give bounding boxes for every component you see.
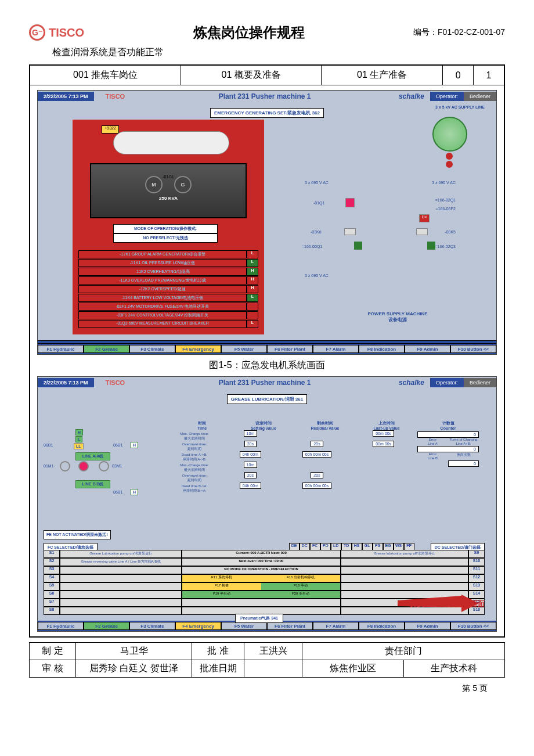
page-number: 第 5 页 xyxy=(29,683,505,694)
generator-panel: +9322 -01G1 M G 250 KVA MODE OF OPERATIO… xyxy=(73,120,264,334)
f-button[interactable]: F7 Alarm xyxy=(313,622,359,630)
f-button[interactable]: F6 Filter Plant xyxy=(267,345,313,353)
f-button[interactable]: F8 Indication xyxy=(359,622,405,630)
f-button[interactable]: F2 Grease xyxy=(84,622,129,630)
f-button[interactable]: F2 Grease xyxy=(84,345,129,353)
bediener-label: Bediener xyxy=(464,92,496,101)
f-button[interactable]: F7 Alarm xyxy=(313,345,359,353)
kva-label: 250 KVA xyxy=(91,196,246,201)
screen-date: 2/22/2005 7:13 PM xyxy=(38,92,94,101)
pneumatic-link[interactable]: Pneumatic/气路 341 xyxy=(235,614,283,623)
subtitle: 检查润滑系统是否功能正常 xyxy=(52,46,505,59)
page-header: G⁻ TISCO 炼焦岗位操作规程 编号：F01-02-CZ-001-07 xyxy=(29,23,505,42)
f-button[interactable]: F10 Button << xyxy=(450,345,496,353)
lubrication-diagram: H L LL 08B1 06B1 H LINE A/A线 01M1 03M1 L… xyxy=(44,429,165,505)
logo: G⁻ TISCO xyxy=(29,24,84,41)
power-supply-label: POWER SUPPLY MACHINE设备电源 xyxy=(357,311,438,323)
machine-box: -01G1 M G 250 KVA xyxy=(90,163,247,218)
f-button[interactable]: F1 Hydraulic xyxy=(38,622,84,630)
cell-page: 1 xyxy=(473,65,504,85)
logo-text: TISCO xyxy=(49,26,84,39)
cell-rev: 0 xyxy=(443,65,474,85)
f-button[interactable]: F3 Climate xyxy=(129,345,175,353)
arrow-annotation: 切换至空压机系统画面 xyxy=(409,599,485,609)
schalke-logo: schalke xyxy=(393,92,430,100)
cell-section: 01 概要及准备 xyxy=(181,65,322,85)
f-button[interactable]: F4 Emergency xyxy=(175,345,221,353)
f-button[interactable]: F3 Climate xyxy=(129,622,175,630)
screen-grease-lubrication: 2/22/2005 7:13 PM TISCO Plant 231 Pusher… xyxy=(37,376,497,632)
time-panel: 时间Time 设定时间Setting value 剩余时间Residual va… xyxy=(171,420,479,494)
red-indicator-icon xyxy=(446,153,453,160)
f-button[interactable]: F4 Emergency xyxy=(175,622,221,630)
footer-table: 制 定 马卫华 批 准 王洪兴 责任部门 审 核 屈秀珍 白廷义 贺世泽 批准日… xyxy=(29,642,505,678)
arrow-icon xyxy=(427,242,435,250)
figure-caption-1: 图1-5：应急发电机系统画面 xyxy=(30,359,504,372)
page-title: 炼焦岗位操作规程 xyxy=(193,23,305,42)
screen-plant: Plant 231 Pusher machine 1 xyxy=(136,92,393,100)
fe-not-activated: FE NOT ACTIVATED/润滑未激活! xyxy=(44,530,111,539)
logo-icon: G⁻ xyxy=(29,24,45,41)
cell-position: 001 推焦车岗位 xyxy=(30,65,181,85)
grease-label: GREASE LUBRICATION/润滑 361 xyxy=(227,394,307,404)
f-button[interactable]: F8 Indication xyxy=(359,345,405,353)
electrical-diagram: 3 x 5 kV AC SUPPLY LINE 3 x 690 V AC -01… xyxy=(276,105,490,326)
f-button[interactable]: F5 Water xyxy=(221,345,267,353)
cell-subsection: 01 生产准备 xyxy=(322,65,443,85)
screen-tisco: TISCO xyxy=(94,91,137,102)
screen-date: 2/22/2005 7:13 PM xyxy=(38,378,94,387)
pump-icon xyxy=(78,461,89,471)
motor-m2-icon xyxy=(99,461,109,471)
doc-number: 编号：F01-02-CZ-001-07 xyxy=(413,27,505,38)
fan-icon xyxy=(432,117,467,152)
f-button[interactable]: F9 Admin xyxy=(405,345,450,353)
breaker-icon[interactable] xyxy=(345,198,355,207)
alarm-list: -12K1 GROUP ALARM GENERATOR/综合报警L-11K1 O… xyxy=(78,250,258,329)
cylinder-icon xyxy=(113,131,229,154)
main-table: 001 推焦车岗位 01 概要及准备 01 生产准备 0 1 2/22/2005… xyxy=(29,64,505,638)
f-button[interactable]: F9 Admin xyxy=(405,622,450,630)
supply-line-label: 3 x 5 kV AC SUPPLY LINE xyxy=(435,105,485,109)
yellow-tag: +9322 xyxy=(102,125,119,134)
screen-emergency-generator: 2/22/2005 7:13 PM TISCO Plant 231 Pusher… xyxy=(37,90,497,355)
f-button[interactable]: F10 Button << xyxy=(450,622,496,630)
mode-box: MODE OF OPERATION/操作模式: NO PRESELECT/无预选 xyxy=(113,224,218,243)
function-bar: F1 HydraulicF2 GreaseF3 ClimateF4 Emerge… xyxy=(38,344,496,354)
f-button[interactable]: F6 Filter Plant xyxy=(267,622,313,630)
arrow-icon xyxy=(354,242,362,250)
operator-label: Operator: xyxy=(430,92,464,101)
f-button[interactable]: F5 Water xyxy=(221,622,267,630)
motor-m1-icon xyxy=(60,461,70,471)
f-button[interactable]: F1 Hydraulic xyxy=(38,345,84,353)
